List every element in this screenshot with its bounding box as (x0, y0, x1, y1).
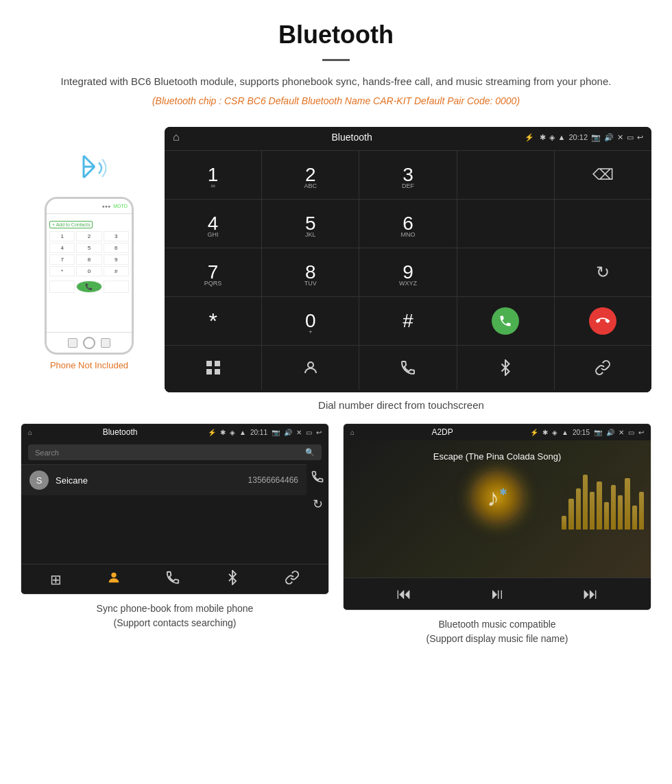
svg-text:✱: ✱ (499, 486, 507, 497)
eq-bar-9 (618, 495, 623, 530)
bluetooth-waves-icon (69, 147, 110, 193)
pb-loc-icon: ◈ (230, 429, 235, 436)
dial-call-red[interactable] (555, 297, 651, 345)
dial-nav-phone[interactable] (359, 346, 457, 390)
dial-nav-bluetooth[interactable] (457, 346, 555, 390)
phone-bottom (47, 332, 132, 353)
dial-caption: Dial number direct from touchscreen (151, 399, 651, 411)
music-loc-icon: ◈ (552, 429, 557, 436)
music-equalizer (562, 461, 644, 530)
pb-bottom-bar: ⊞ (21, 564, 328, 594)
back-icon: ↩ (637, 133, 643, 142)
pb-search-row: Search 🔍 (21, 440, 328, 464)
call-red-button[interactable] (589, 307, 616, 335)
pb-phonebook-area: S Seicane 13566664466 ↻ (21, 464, 328, 564)
dial-row-1: 1 ∞ 2 ABC 3 DEF (165, 150, 651, 199)
dial-status-bar: ⌂ Bluetooth ⚡ ✱ ◈ ▲ 20:12 📷 🔊 ✕ ▭ ↩ (165, 127, 651, 147)
pb-avatar: S (29, 471, 49, 490)
dial-backspace[interactable]: ⌫ (555, 151, 651, 199)
pb-home-icon: ⌂ (28, 429, 32, 436)
pb-sig-icon: ▲ (239, 429, 246, 436)
dial-cell-empty-3 (555, 200, 651, 248)
dial-nav-grid[interactable] (165, 346, 262, 390)
music-prev-button[interactable]: ⏮ (396, 585, 411, 603)
music-sig-icon: ▲ (562, 429, 568, 436)
pb-status-bar: ⌂ Bluetooth ⚡ ✱ ◈ ▲ 20:11 📷 🔊 ✕ ▭ ↩ (21, 424, 328, 440)
svg-point-8 (308, 362, 313, 368)
dial-key-1[interactable]: 1 ∞ (165, 151, 262, 199)
pb-screen-icon: ▭ (306, 429, 312, 436)
music-song-title: Escape (The Pina Colada Song) (433, 451, 561, 462)
dial-nav-link[interactable] (555, 346, 651, 390)
dial-key-3[interactable]: 3 DEF (359, 151, 457, 199)
pb-contact-row[interactable]: S Seicane 13566664466 (21, 464, 307, 495)
eq-bar-3 (576, 488, 581, 530)
pb-vol-icon: 🔊 (284, 429, 292, 436)
music-screen: ⌂ A2DP ⚡ ✱ ◈ ▲ 20:15 📷 🔊 ✕ ▭ ↩ Escape (T… (344, 424, 651, 610)
music-home-icon: ⌂ (350, 429, 355, 436)
phone-mockup: ●●● MOTO + Add to Contacts 123 456 789 *… (45, 197, 134, 355)
music-back-icon: ↩ (638, 429, 644, 436)
dial-row-2: 4 GHI 5 JKL 6 MNO (165, 199, 651, 248)
bluetooth-icon: ✱ (540, 133, 546, 142)
pb-bottom-phone[interactable] (165, 570, 180, 589)
dial-key-7[interactable]: 7 PQRS (165, 248, 262, 296)
screen-icon: ▭ (627, 133, 634, 142)
pb-title: Bluetooth (36, 427, 204, 437)
phonebook-screenshot: ⌂ Bluetooth ⚡ ✱ ◈ ▲ 20:11 📷 🔊 ✕ ▭ ↩ S (21, 423, 329, 595)
svg-line-0 (84, 156, 95, 167)
pb-bottom-bt[interactable] (225, 570, 240, 589)
dial-row-4: * 0 + # (165, 296, 651, 345)
pb-contacts-list: S Seicane 13566664466 (21, 464, 307, 564)
eq-bar-11 (632, 506, 637, 530)
pb-refresh-icon[interactable]: ↻ (313, 497, 323, 512)
dial-key-star[interactable]: * (165, 297, 262, 345)
music-title: A2DP (359, 427, 526, 437)
pb-call-icon[interactable] (311, 470, 324, 487)
svg-line-1 (84, 167, 95, 178)
eq-bar-7 (604, 502, 609, 530)
svg-text:♪: ♪ (487, 484, 499, 512)
pb-back-icon: ↩ (316, 429, 322, 436)
pb-search-bar[interactable]: Search 🔍 (28, 444, 322, 460)
dial-key-4[interactable]: 4 GHI (165, 200, 262, 248)
phone-column: ●●● MOTO + Add to Contacts 123 456 789 *… (21, 127, 158, 370)
dial-refresh[interactable]: ↻ (555, 248, 651, 296)
title-divider (322, 59, 350, 61)
music-next-button[interactable]: ⏭ (583, 585, 598, 603)
page-title: Bluetooth (41, 21, 631, 49)
music-cam-icon: 📷 (594, 429, 602, 436)
music-play-pause-button[interactable]: ⏯ (490, 585, 505, 603)
phone-screen: + Add to Contacts 123 456 789 *0# 📞 (47, 214, 132, 332)
pb-right-icons: ↻ (307, 464, 328, 564)
dial-key-5[interactable]: 5 JKL (262, 200, 359, 248)
refresh-icon: ↻ (596, 263, 610, 282)
music-album-art: ♪ ✱ (470, 470, 525, 525)
dial-screen-title: Bluetooth (185, 132, 519, 143)
page-header: Bluetooth Integrated with BC6 Bluetooth … (0, 0, 672, 120)
pb-bottom-link[interactable] (285, 570, 300, 589)
dial-cell-empty-4 (457, 248, 555, 296)
call-green-button[interactable] (492, 307, 519, 335)
dial-nav-contacts[interactable] (262, 346, 359, 390)
music-bt-icon: ✱ (542, 429, 548, 436)
dial-key-0[interactable]: 0 + (262, 297, 359, 345)
dial-key-hash[interactable]: # (359, 297, 457, 345)
dial-call-green[interactable] (457, 297, 555, 345)
music-caption: Bluetooth music compatible (Support disp… (427, 617, 568, 646)
eq-bar-10 (625, 478, 629, 530)
home-icon: ⌂ (173, 131, 180, 143)
svg-rect-7 (215, 369, 220, 375)
dial-key-8[interactable]: 8 TUV (262, 248, 359, 296)
dial-screen-column: ⌂ Bluetooth ⚡ ✱ ◈ ▲ 20:12 📷 🔊 ✕ ▭ ↩ (165, 127, 651, 392)
dial-bottom-nav (165, 345, 651, 390)
music-screen-icon: ▭ (628, 429, 634, 436)
dial-key-6[interactable]: 6 MNO (359, 200, 457, 248)
bottom-screenshots: ⌂ Bluetooth ⚡ ✱ ◈ ▲ 20:11 📷 🔊 ✕ ▭ ↩ S (0, 423, 672, 646)
eq-bar-4 (583, 475, 588, 530)
pb-bottom-contacts[interactable] (106, 570, 121, 589)
pb-bottom-grid[interactable]: ⊞ (50, 571, 62, 588)
dial-key-2[interactable]: 2 ABC (262, 151, 359, 199)
dial-key-9[interactable]: 9 WXYZ (359, 248, 457, 296)
eq-bar-12 (639, 492, 644, 530)
